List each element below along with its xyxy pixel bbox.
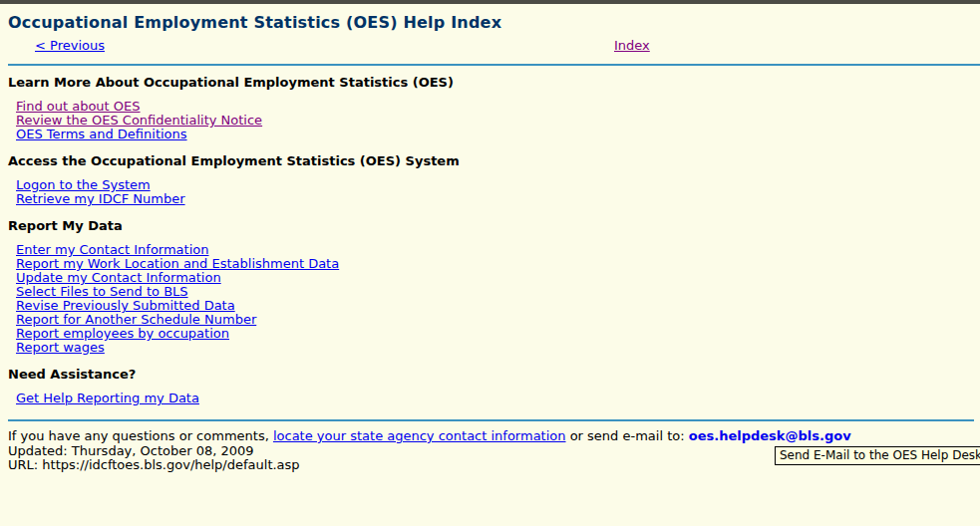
link-update-contact-information[interactable]: Update my Contact Information	[16, 270, 221, 285]
link-enter-contact-information[interactable]: Enter my Contact Information	[16, 242, 208, 257]
footer-email-infix-text: or send e-mail to:	[566, 428, 689, 443]
link-oes-terms-definitions[interactable]: OES Terms and Definitions	[16, 127, 187, 141]
link-report-employees-by-occupation[interactable]: Report employees by occupation	[16, 326, 229, 341]
link-list-need-assistance: Get Help Reporting my Data	[16, 392, 972, 405]
main-content: Learn More About Occupational Employment…	[0, 75, 980, 405]
link-logon-system[interactable]: Logon to the System	[16, 177, 151, 192]
link-revise-submitted-data[interactable]: Revise Previously Submitted Data	[16, 298, 235, 313]
footer-question-text: If you have any questions or comments,	[8, 428, 273, 443]
state-agency-contact-link[interactable]: locate your state agency contact informa…	[273, 428, 566, 443]
footer-contact-line: If you have any questions or comments, l…	[8, 429, 972, 444]
top-divider	[8, 64, 980, 66]
window-top-edge	[0, 0, 980, 4]
link-list-report-my-data: Enter my Contact Information Report my W…	[16, 243, 972, 355]
link-retrieve-idcf-number[interactable]: Retrieve my IDCF Number	[16, 191, 185, 206]
previous-link[interactable]: < Previous	[35, 38, 105, 53]
section-heading-access-system: Access the Occupational Employment Stati…	[8, 153, 972, 168]
link-select-files-send-bls[interactable]: Select Files to Send to BLS	[16, 284, 188, 299]
oes-help-index-page: Occupational Employment Statistics (OES)…	[0, 0, 980, 526]
index-link[interactable]: Index	[614, 38, 650, 53]
link-report-wages[interactable]: Report wages	[16, 340, 105, 355]
link-review-confidentiality-notice[interactable]: Review the OES Confidentiality Notice	[16, 113, 262, 128]
email-link-tooltip: Send E-Mail to the OES Help Desk	[775, 446, 980, 465]
page-header: Occupational Employment Statistics (OES)…	[0, 13, 980, 56]
section-heading-learn-more: Learn More About Occupational Employment…	[8, 75, 972, 90]
helpdesk-email-link[interactable]: oes.helpdesk@bls.gov	[689, 428, 851, 443]
section-heading-need-assistance: Need Assistance?	[8, 367, 972, 382]
link-list-learn-more: Find out about OES Review the OES Confid…	[16, 100, 972, 141]
link-report-another-schedule-number[interactable]: Report for Another Schedule Number	[16, 312, 256, 327]
link-find-out-about-oes[interactable]: Find out about OES	[16, 99, 141, 114]
link-list-access-system: Logon to the System Retrieve my IDCF Num…	[16, 178, 972, 206]
link-report-work-location[interactable]: Report my Work Location and Establishmen…	[16, 256, 339, 271]
page-title: Occupational Employment Statistics (OES)…	[8, 13, 972, 32]
link-get-help-reporting-data[interactable]: Get Help Reporting my Data	[16, 391, 199, 405]
section-heading-report-my-data: Report My Data	[8, 218, 972, 233]
nav-row: < Previous Index	[8, 38, 972, 56]
